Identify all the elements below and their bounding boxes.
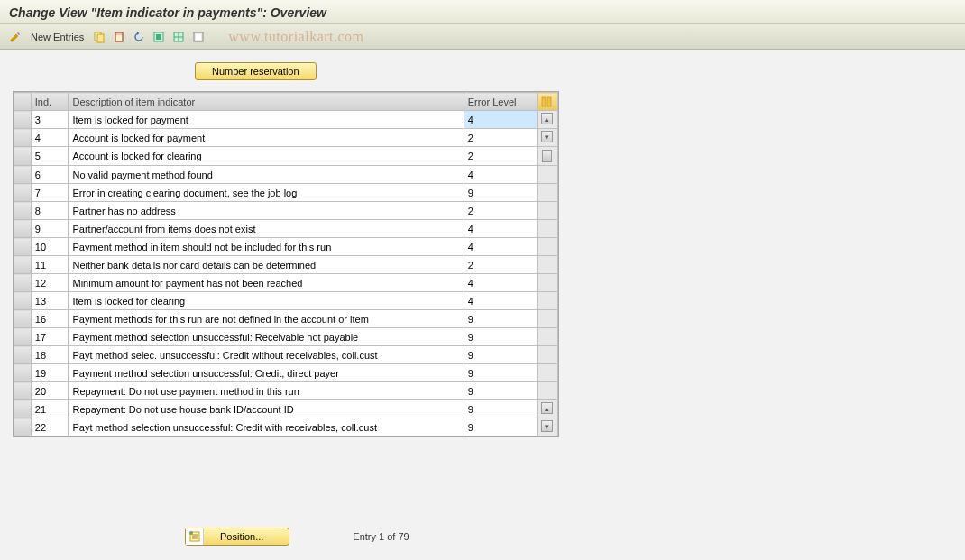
row-selector[interactable] [14,382,32,400]
row-selector[interactable] [14,274,32,292]
cell-description[interactable]: Account is locked for clearing [69,147,464,166]
number-reservation-button[interactable]: Number reservation [195,62,317,80]
row-selector[interactable] [14,129,32,147]
cell-description[interactable]: Minimum amount for payment has not been … [69,274,464,292]
select-block-icon[interactable] [170,29,187,45]
position-button[interactable]: Position... [185,528,290,546]
cell-ind[interactable]: 8 [31,202,69,220]
scrollbar-track[interactable] [538,256,558,274]
row-selector[interactable] [14,328,32,346]
cell-ind[interactable]: 18 [31,346,69,364]
scrollbar-track[interactable] [538,382,558,400]
cell-ind[interactable]: 12 [31,274,69,292]
row-selector[interactable] [14,220,32,238]
cell-error-level[interactable]: 4 [464,238,537,256]
cell-description[interactable]: Account is locked for payment [69,129,464,147]
cell-description[interactable]: Payt method selection unsuccessful: Cred… [69,418,464,436]
cell-ind[interactable]: 10 [31,238,69,256]
scrollbar-track[interactable] [538,274,558,292]
edit-icon[interactable] [7,29,23,45]
cell-description[interactable]: Partner has no address [69,202,464,220]
cell-ind[interactable]: 7 [31,184,69,202]
cell-ind[interactable]: 6 [31,166,69,184]
new-entries-button[interactable]: New Entries [31,32,84,42]
cell-description[interactable]: Neither bank details nor card details ca… [69,256,464,274]
scrollbar-track[interactable] [538,202,558,220]
cell-error-level[interactable]: 9 [464,346,537,364]
row-selector[interactable] [14,202,32,220]
row-selector[interactable] [14,256,32,274]
scrollbar-track[interactable] [538,364,558,382]
scrollbar-track[interactable]: ▾ [538,418,558,436]
cell-description[interactable]: Item is locked for payment [69,111,464,129]
cell-ind[interactable]: 22 [31,418,69,436]
cell-error-level[interactable]: 9 [464,328,537,346]
cell-error-level[interactable]: 4 [464,166,537,184]
row-selector[interactable] [14,238,32,256]
scroll-thumb[interactable] [542,150,552,162]
undo-icon[interactable] [131,29,147,45]
cell-error-level[interactable]: 2 [464,256,537,274]
row-selector[interactable] [14,310,32,328]
cell-error-level[interactable]: 2 [464,147,537,166]
deselect-all-icon[interactable] [190,29,207,45]
row-selector[interactable] [14,147,32,166]
column-header-description[interactable]: Description of item indicator [69,93,464,111]
select-all-icon[interactable] [151,29,167,45]
cell-error-level[interactable]: 2 [464,129,537,147]
table-config-icon[interactable] [538,93,558,111]
cell-error-level[interactable]: 9 [464,400,537,418]
cell-ind[interactable]: 13 [31,292,69,310]
row-selector[interactable] [14,166,32,184]
scroll-up-icon[interactable]: ▴ [541,113,553,124]
cell-error-level[interactable]: 4 [464,274,537,292]
scrollbar-track[interactable] [538,166,558,184]
scrollbar-track[interactable] [538,328,558,346]
scrollbar-track[interactable] [538,220,558,238]
row-selector[interactable] [14,346,32,364]
row-selector[interactable] [14,418,32,436]
scroll-up-icon[interactable]: ▴ [541,402,553,414]
cell-description[interactable]: Payment method in item should not be inc… [69,238,464,256]
cell-ind[interactable]: 4 [31,129,69,147]
column-header-error-level[interactable]: Error Level [464,93,537,111]
scrollbar-track[interactable] [538,184,558,202]
scrollbar-track[interactable] [538,346,558,364]
row-selector[interactable] [14,111,32,129]
cell-description[interactable]: Payment method selection unsuccessful: R… [69,328,464,346]
cell-description[interactable]: Payt method selec. unsuccessful: Credit … [69,346,464,364]
scroll-down-icon[interactable]: ▾ [541,420,553,432]
cell-error-level[interactable]: 4 [464,111,537,129]
scrollbar-track[interactable]: ▴ [538,111,558,129]
cell-error-level[interactable]: 9 [464,418,537,436]
cell-description[interactable]: Error in creating clearing document, see… [69,184,464,202]
cell-description[interactable]: Repayment: Do not use payment method in … [69,382,464,400]
scrollbar-track[interactable] [538,310,558,328]
row-selector[interactable] [14,364,32,382]
cell-ind[interactable]: 16 [31,310,69,328]
scroll-down-icon[interactable]: ▾ [541,131,553,142]
row-selector-header[interactable] [14,93,32,111]
column-header-ind[interactable]: Ind. [31,93,69,111]
cell-ind[interactable]: 11 [31,256,69,274]
cell-error-level[interactable]: 4 [464,292,537,310]
cell-ind[interactable]: 17 [31,328,69,346]
cell-description[interactable]: Payment method selection unsuccessful: C… [69,364,464,382]
scrollbar-track[interactable]: ▾ [538,129,558,147]
cell-error-level[interactable]: 4 [464,220,537,238]
cell-ind[interactable]: 3 [31,111,69,129]
cell-ind[interactable]: 21 [31,400,69,418]
delete-icon[interactable] [111,29,127,45]
cell-description[interactable]: No valid payment method found [69,166,464,184]
cell-description[interactable]: Payment methods for this run are not def… [69,310,464,328]
cell-ind[interactable]: 19 [31,364,69,382]
cell-ind[interactable]: 9 [31,220,69,238]
copy-icon[interactable] [91,29,107,45]
cell-error-level[interactable]: 9 [464,382,537,400]
cell-description[interactable]: Item is locked for clearing [69,292,464,310]
cell-error-level[interactable]: 9 [464,364,537,382]
cell-error-level[interactable]: 9 [464,184,537,202]
row-selector[interactable] [14,184,32,202]
cell-description[interactable]: Partner/account from items does not exis… [69,220,464,238]
cell-error-level[interactable]: 2 [464,202,537,220]
